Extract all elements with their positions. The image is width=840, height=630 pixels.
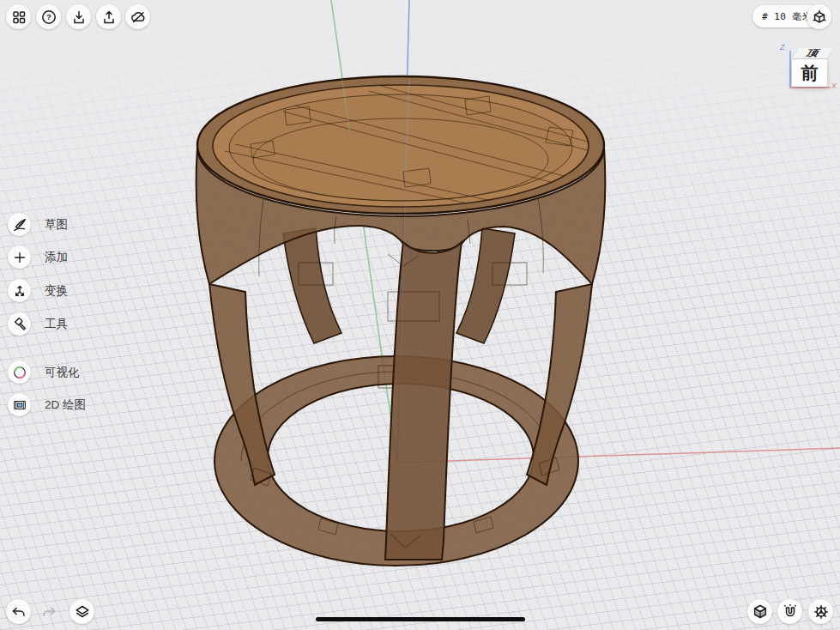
plus-icon — [12, 250, 27, 265]
import-button[interactable] — [66, 4, 91, 29]
viewcube-top-face[interactable]: 顶 — [792, 48, 834, 58]
sidebar-item-transform[interactable]: 变换 — [8, 279, 68, 302]
sidebar-label-2d-drawing: 2D 绘图 — [45, 397, 86, 413]
sidebar-item-2d-drawing[interactable]: 2D 绘图 — [8, 393, 86, 416]
undo-button[interactable] — [6, 599, 31, 624]
export-button[interactable] — [96, 4, 121, 29]
viewcube-x-axis — [789, 87, 831, 88]
sidebar-label-visualize: 可视化 — [45, 365, 80, 380]
snap-magnet-icon — [782, 603, 799, 621]
viewport-3d[interactable] — [0, 0, 840, 630]
sidebar-item-add[interactable]: 添加 — [8, 245, 68, 269]
viewcube-front-face[interactable]: 前 — [792, 59, 827, 87]
sidebar-label-transform: 变换 — [45, 283, 68, 299]
settings-gear-icon — [813, 603, 830, 621]
display-mode-button[interactable] — [747, 599, 772, 624]
units-value: # 10 毫米 — [762, 10, 813, 23]
redo-button — [36, 599, 61, 624]
sidebar-item-visualize[interactable]: 可视化 — [8, 360, 80, 384]
sync-button[interactable] — [125, 4, 150, 29]
orientation-button[interactable] — [807, 4, 831, 29]
settings-button[interactable] — [808, 599, 833, 624]
drawing-scroll-icon — [12, 397, 27, 413]
layers-stack-icon — [74, 603, 91, 621]
viewcube-gizmo[interactable]: Z X 顶 前 — [777, 43, 840, 98]
viewcube-x-label: X — [831, 82, 837, 90]
viewcube-z-label: Z — [780, 43, 785, 51]
help-button[interactable]: ? — [36, 4, 61, 29]
sidebar-label-sketch: 草图 — [45, 217, 68, 233]
sketch-pen-icon — [12, 217, 27, 233]
svg-text:?: ? — [46, 12, 51, 21]
layers-button[interactable] — [69, 599, 94, 624]
import-arrow-down-icon — [70, 9, 88, 26]
transform-arrows-icon — [12, 283, 27, 299]
mesh-cube-icon — [752, 603, 769, 621]
sidebar-label-add: 添加 — [45, 250, 68, 265]
app-menu-button[interactable] — [6, 4, 31, 29]
viewcube-z-axis — [789, 51, 791, 88]
question-icon: ? — [40, 9, 57, 26]
export-arrow-up-icon — [100, 9, 118, 26]
snapping-button[interactable] — [777, 599, 802, 624]
offline-cloud-icon — [130, 9, 147, 26]
visualize-planet-icon — [12, 365, 27, 380]
sidebar-item-sketch[interactable]: 草图 — [8, 213, 68, 236]
app-grid-icon — [10, 9, 27, 26]
model-drum-stool[interactable] — [0, 0, 840, 630]
home-indicator[interactable] — [316, 617, 525, 621]
sidebar-item-tools[interactable]: 工具 — [8, 312, 68, 336]
redo-arrow-icon — [40, 603, 57, 621]
undo-arrow-icon — [10, 603, 27, 621]
hammer-icon — [12, 317, 27, 332]
wireframe-cube-icon — [811, 9, 828, 26]
sidebar-label-tools: 工具 — [45, 317, 68, 332]
